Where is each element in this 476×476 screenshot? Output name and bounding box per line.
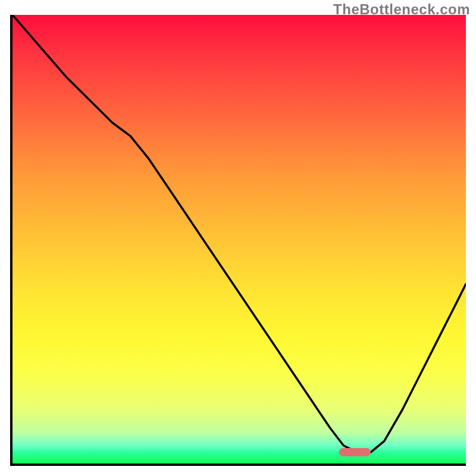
optimal-marker xyxy=(339,448,371,456)
bottleneck-curve xyxy=(12,15,466,452)
chart-container: TheBottleneck.com xyxy=(0,0,476,476)
chart-svg xyxy=(12,15,466,464)
plot-frame xyxy=(10,15,466,466)
